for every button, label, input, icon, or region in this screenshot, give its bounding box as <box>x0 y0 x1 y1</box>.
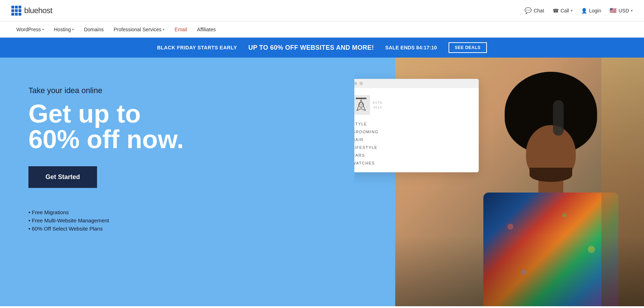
nav-label-email: Email <box>175 27 187 32</box>
site-logo-text: ESTD 2014 <box>373 101 383 109</box>
hosting-caret-icon: ▾ <box>72 28 74 31</box>
nav-label-affiliates: Affiliates <box>197 27 216 32</box>
logo-grid-icon <box>11 6 21 16</box>
see-deals-button[interactable]: SEE DEALS <box>449 42 487 53</box>
promo-banner: BLACK FRIDAY STARTS EARLY UP TO 60% OFF … <box>0 38 644 58</box>
hero-features-list: • Free Migrations • Free Multi-Website M… <box>28 209 333 232</box>
user-icon: 👤 <box>581 8 587 13</box>
nav-item-hosting[interactable]: Hosting ▾ <box>49 21 79 38</box>
login-link[interactable]: 👤 Login <box>581 8 601 13</box>
hero-right-content: ESTD 2014 STYLE GROOMING HAIR LIFESTYLE … <box>354 58 644 306</box>
professional-services-caret-icon: ▾ <box>163 28 165 31</box>
feature-item-3: • 60% Off Select Website Plans <box>28 226 333 232</box>
currency-selector[interactable]: 🇺🇸 USD ▾ <box>610 7 633 14</box>
browser-chrome <box>354 79 479 88</box>
svg-rect-0 <box>356 98 366 99</box>
currency-caret-icon: ▾ <box>631 9 633 12</box>
site-nav-item-6: WATCHES <box>354 161 470 165</box>
top-bar: bluehost 💬 Chat ☎ Call ▾ 👤 Login 🇺🇸 USD … <box>0 0 644 21</box>
site-logo-mock: ESTD 2014 <box>354 95 470 115</box>
hero-eyebrow: Take your idea online <box>28 86 333 95</box>
site-nav-item-4: LIFESTYLE <box>354 145 470 150</box>
site-nav-mock: STYLE GROOMING HAIR LIFESTYLE CARS WATCH… <box>354 122 470 165</box>
browser-body: ESTD 2014 STYLE GROOMING HAIR LIFESTYLE … <box>354 88 479 172</box>
login-label: Login <box>589 8 601 13</box>
currency-label: USD <box>618 8 629 13</box>
flag-icon: 🇺🇸 <box>610 7 617 14</box>
nav-item-domains[interactable]: Domains <box>79 21 108 38</box>
browser-dot-3 <box>359 82 363 85</box>
browser-dot-2 <box>354 82 357 85</box>
promo-text-2: UP TO 60% OFF WEBSITES AND MORE! <box>248 44 374 52</box>
call-link[interactable]: ☎ Call ▾ <box>553 8 573 13</box>
logo-area[interactable]: bluehost <box>11 6 52 16</box>
nav-label-domains: Domains <box>84 27 103 32</box>
chat-label: Chat <box>533 8 544 13</box>
call-caret-icon: ▾ <box>571 9 573 12</box>
hero-section: Take your idea online Get up to 60% off … <box>0 58 644 306</box>
promo-text-1: BLACK FRIDAY STARTS EARLY <box>157 45 237 50</box>
nav-label-hosting: Hosting <box>54 27 71 32</box>
feature-item-2: • Free Multi-Website Management <box>28 217 333 223</box>
nav-item-email[interactable]: Email <box>170 21 192 38</box>
nav-bar: WordPress ▾ Hosting ▾ Domains Profession… <box>0 21 644 38</box>
promo-text-3: SALE ENDS 84:17:10 <box>385 45 437 50</box>
top-actions: 💬 Chat ☎ Call ▾ 👤 Login 🇺🇸 USD ▾ <box>525 7 633 14</box>
hero-headline-line1: Get up to <box>28 99 141 128</box>
site-logo-icon <box>354 95 370 115</box>
site-nav-item-3: HAIR <box>354 137 470 142</box>
nav-item-affiliates[interactable]: Affiliates <box>192 21 221 38</box>
chat-icon: 💬 <box>525 7 532 14</box>
nav-label-wordpress: WordPress <box>16 27 41 32</box>
call-label: Call <box>560 8 569 13</box>
chat-link[interactable]: 💬 Chat <box>525 7 544 14</box>
phone-icon: ☎ <box>553 8 559 13</box>
nav-item-professional-services[interactable]: Professional Services ▾ <box>109 21 170 38</box>
hero-headline-line2: 60% off now. <box>28 125 184 153</box>
hero-left-content: Take your idea online Get up to 60% off … <box>0 58 354 306</box>
nav-label-professional-services: Professional Services <box>114 27 162 32</box>
get-started-button[interactable]: Get Started <box>28 166 97 188</box>
hero-headline: Get up to 60% off now. <box>28 101 333 152</box>
site-nav-item-1: STYLE <box>354 122 470 126</box>
nav-item-wordpress[interactable]: WordPress ▾ <box>11 21 49 38</box>
logo-text: bluehost <box>24 6 52 15</box>
site-nav-item-2: GROOMING <box>354 130 470 134</box>
site-nav-item-5: CARS <box>354 153 470 157</box>
feature-item-1: • Free Migrations <box>28 209 333 215</box>
wordpress-caret-icon: ▾ <box>42 28 44 31</box>
browser-mockup: ESTD 2014 STYLE GROOMING HAIR LIFESTYLE … <box>354 79 479 172</box>
